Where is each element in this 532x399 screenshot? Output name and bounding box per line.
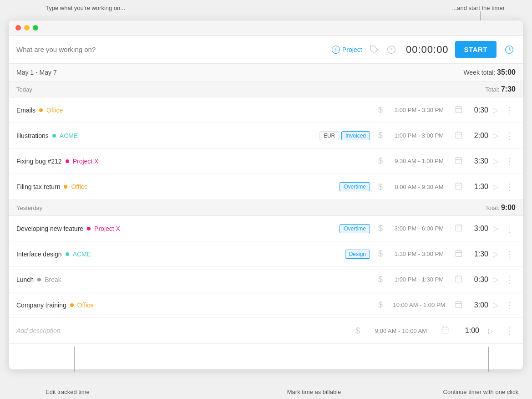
play-button-e5[interactable]: ▷: [493, 224, 498, 233]
tag-invoiced: Invoiced: [341, 131, 370, 140]
billable-icon-e6[interactable]: $: [378, 249, 383, 259]
project-name-e7[interactable]: Break: [45, 276, 61, 283]
start-button[interactable]: START: [455, 41, 497, 58]
add-description-placeholder: Add description: [16, 327, 351, 334]
entry-row-e4: Filing tax return Office Overtime $ 8:00…: [9, 174, 523, 200]
more-button-e6[interactable]: ⋮: [503, 249, 516, 260]
svg-rect-33: [456, 302, 462, 308]
day-total-value-today: 7:30: [501, 85, 516, 93]
calendar-icon-e2[interactable]: [455, 131, 463, 141]
play-button-e3[interactable]: ▷: [493, 157, 498, 165]
add-project-button[interactable]: + Project: [332, 46, 362, 54]
duration-e2: 2:00: [466, 132, 488, 140]
svg-rect-37: [442, 327, 448, 333]
calendar-icon-e1[interactable]: [455, 105, 463, 115]
project-label: Project: [342, 46, 362, 53]
callout-top-right: ...and start the timer: [452, 5, 505, 11]
billable-icon-e4[interactable]: $: [378, 182, 383, 192]
project-name-e2[interactable]: ACME: [60, 132, 78, 139]
entry-title-e1: Emails: [16, 107, 35, 114]
timer-bar: + Project 00:00:00 START: [9, 36, 523, 64]
close-button[interactable]: [15, 25, 21, 31]
tag-design: Design: [345, 250, 370, 259]
entry-title-e8: Company training: [16, 302, 66, 309]
day-header-yesterday: Yesterday Total: 9:00: [9, 200, 523, 216]
svg-rect-17: [456, 183, 462, 189]
history-button[interactable]: [503, 43, 516, 56]
duration-e5: 3:00: [466, 225, 488, 233]
project-name-e5[interactable]: Project X: [94, 225, 120, 232]
more-button-e4[interactable]: ⋮: [503, 181, 516, 192]
time-range-e6: 1:30 PM - 3:00 PM: [387, 251, 451, 257]
day-label-yesterday: Yesterday: [16, 205, 42, 211]
tag-eur: EUR: [319, 131, 339, 140]
calendar-icon-e9[interactable]: [441, 326, 449, 336]
project-dot-e5: [87, 227, 91, 230]
time-range-e1: 3:00 PM - 3:30 PM: [387, 107, 451, 113]
billable-icon-e8[interactable]: $: [378, 300, 383, 310]
more-button-e7[interactable]: ⋮: [503, 274, 516, 285]
play-button-e2[interactable]: ▷: [493, 131, 498, 140]
title-bar: [9, 20, 523, 36]
time-range-e5: 3:00 PM - 6:00 PM: [387, 225, 451, 232]
add-description-row[interactable]: Add description $ 9:00 AM - 10:00 AM 1:0…: [9, 318, 523, 343]
entry-row-e1: Emails Office $ 3:00 PM - 3:30 PM 0:30 ▷…: [9, 97, 523, 123]
entry-tags: Design: [345, 250, 370, 259]
entry-row-e8: Company training Office $ 10:00 AM - 1:0…: [9, 292, 523, 318]
time-range-e7: 1:00 PM - 1:30 PM: [387, 276, 451, 283]
date-header: May 1 - May 7 Week total: 35:00: [9, 64, 523, 82]
more-button-e3[interactable]: ⋮: [503, 156, 516, 167]
calendar-icon-e3[interactable]: [455, 156, 463, 166]
week-total-value: 35:00: [497, 68, 516, 76]
entry-tags: EURInvoiced: [319, 131, 370, 140]
day-total-today: Total: 7:30: [485, 85, 516, 93]
calendar-icon-e5[interactable]: [455, 224, 463, 234]
date-range: May 1 - May 7: [16, 69, 57, 76]
billable-icon-e9[interactable]: $: [355, 326, 360, 336]
time-range-e8: 10:00 AM - 1:00 PM: [387, 302, 451, 308]
entry-row-e2: Illustrations ACME EURInvoiced $ 1:00 PM…: [9, 123, 523, 148]
plus-circle-icon: +: [332, 46, 340, 54]
entry-tags: Overtime: [339, 224, 370, 233]
more-button-e8[interactable]: ⋮: [503, 300, 516, 311]
billable-icon-e5[interactable]: $: [378, 224, 383, 233]
duration-e9: 1:00: [457, 327, 479, 335]
project-name-e1[interactable]: Office: [46, 107, 63, 114]
day-label-today: Today: [16, 86, 32, 93]
duration-e4: 1:30: [466, 183, 488, 191]
project-name-e6[interactable]: ACME: [73, 251, 91, 258]
calendar-icon-e4[interactable]: [455, 182, 463, 192]
project-name-e8[interactable]: Office: [77, 302, 94, 309]
billable-toggle-button[interactable]: [386, 44, 397, 55]
calendar-icon-e8[interactable]: [455, 300, 463, 310]
app-window: + Project 00:00:00 START: [9, 20, 523, 369]
project-dot-e8: [70, 303, 74, 307]
maximize-button[interactable]: [33, 25, 38, 31]
project-name-e3[interactable]: Project X: [73, 158, 99, 165]
billable-icon-e7[interactable]: $: [378, 275, 383, 284]
more-button-e9[interactable]: ⋮: [503, 325, 516, 336]
svg-rect-29: [456, 276, 462, 282]
project-name-e4[interactable]: Office: [71, 183, 87, 190]
play-button-e7[interactable]: ▷: [493, 275, 498, 284]
billable-icon-e2[interactable]: $: [378, 131, 383, 140]
minimize-button[interactable]: [24, 25, 30, 31]
time-range-e2: 1:00 PM - 3:00 PM: [387, 132, 451, 139]
tag-button[interactable]: [369, 44, 380, 55]
timer-input[interactable]: [16, 46, 326, 53]
billable-icon-e1[interactable]: $: [378, 105, 383, 115]
calendar-icon-e6[interactable]: [455, 249, 463, 259]
more-button-e1[interactable]: ⋮: [503, 105, 516, 116]
play-button-e8[interactable]: ▷: [493, 301, 498, 309]
play-button-e1[interactable]: ▷: [493, 106, 498, 114]
play-button-e9[interactable]: ▷: [488, 327, 494, 335]
calendar-icon-e7[interactable]: [455, 275, 463, 285]
entry-desc-e4: Filing tax return Office: [16, 183, 339, 190]
more-button-e5[interactable]: ⋮: [503, 223, 516, 234]
more-button-e2[interactable]: ⋮: [503, 130, 516, 141]
time-range-e4: 8:00 AM - 9:30 AM: [387, 184, 451, 190]
billable-icon-e3[interactable]: $: [378, 156, 383, 166]
play-button-e4[interactable]: ▷: [493, 183, 498, 191]
day-group-yesterday: Yesterday Total: 9:00 Developing new fea…: [9, 200, 523, 344]
play-button-e6[interactable]: ▷: [493, 250, 498, 258]
